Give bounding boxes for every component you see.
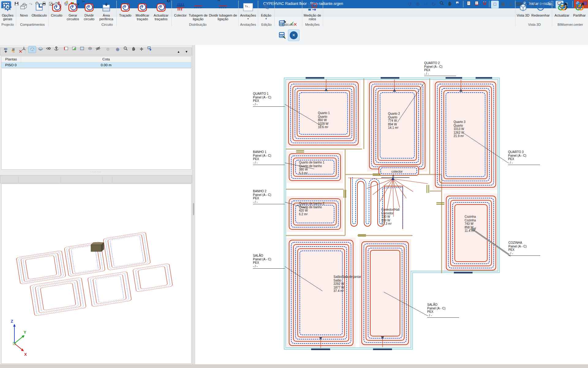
ribbon-separator [48, 1, 49, 26]
floors-list-empty-area [1, 69, 191, 170]
connection-pipe-icon [189, 1, 208, 13]
v3d-separator-3 [102, 176, 103, 183]
view3d-viewport[interactable]: Z Y X [1, 184, 191, 364]
column-header-plantas[interactable]: Plantas [2, 56, 21, 62]
calculator-icon [277, 30, 286, 40]
calculate-button[interactable] [276, 29, 287, 40]
generate-circuits-icon: ✦ [65, 1, 81, 13]
hide-elements-button[interactable] [94, 46, 102, 52]
zoom-window-icon[interactable] [438, 1, 445, 8]
section-z-button[interactable] [78, 46, 86, 52]
v3d-separator-1 [18, 176, 19, 183]
swap-window-3d-button[interactable] [146, 46, 153, 52]
layers-3d-button[interactable]: ≡ [10, 46, 17, 52]
collector-cabinet-3d [91, 243, 104, 251]
ribbon-separator [552, 1, 552, 26]
cancel-icon: × [290, 31, 298, 39]
callout-cozinha: COZINHAPainel (A - C)PEX- / - [508, 241, 540, 256]
roominfo-salao: Salão/Sala de jantarSalão2292 W1877 W37.… [334, 275, 361, 293]
ribbon-separator [172, 1, 172, 26]
section-y-button[interactable] [70, 46, 78, 52]
obstacle-icon [31, 1, 48, 13]
roominfo-quarto3: Quarto 3Quarto1013 W1262 W21.9 m² [454, 120, 466, 138]
actualizar-tracados-button[interactable]: ↻ Actualizar traçados [152, 1, 170, 26]
bim-share-icon [571, 1, 587, 13]
bim-update-icon [553, 1, 571, 13]
ribbon-separator [16, 1, 16, 26]
snap-magnet-icon[interactable] [481, 1, 488, 8]
move-floor-down-button[interactable]: ▼ [183, 49, 190, 55]
group-label-projecto: Projecto [0, 23, 15, 26]
roominfo-cozinha: CozinhaCozinha743 W858 W11.4 m² [465, 215, 476, 233]
refresh-layouts-icon: ↻ [152, 1, 170, 13]
layer-stack-button[interactable] [86, 46, 94, 52]
roominfo-banho2: Quarto de banho 2Quarto de banho420 W6.2… [299, 202, 324, 216]
background-toggle-icon[interactable]: □ [491, 1, 499, 8]
move-view-3d-button[interactable]: ✛ [138, 46, 145, 52]
gerar-circuitos-button[interactable]: ✦ Gerar circuitos [65, 1, 81, 26]
zoom-previous-icon[interactable]: ↺ [406, 1, 413, 8]
turn-view-button[interactable] [53, 46, 60, 52]
group-label-circuito: Circuito [92, 23, 123, 26]
edicao-dropdown[interactable]: ▼ [259, 17, 273, 21]
floor-row-piso0[interactable]: PISO 0 0.00 m [2, 62, 191, 68]
settings-3d-button: ⚙ [104, 46, 111, 52]
redraw-icon[interactable]: ↻ [430, 1, 437, 8]
solid-view-button[interactable] [28, 46, 36, 53]
anotacoes-dropdown[interactable]: ▼ [239, 17, 257, 21]
v3d-separator-4 [112, 176, 112, 183]
floors-panel: + ✎ ✕ ▲ ▼ Plantas Cota PISO 0 0.00 m ···… [0, 45, 192, 364]
callout-banho2: BANHO 2Painel (A - C)PEX- / - [253, 190, 285, 204]
column-header-cota[interactable]: Cota [21, 56, 191, 62]
swap-window-icon[interactable] [454, 1, 461, 8]
peripheral-area-icon [97, 1, 115, 13]
ribbon-separator [515, 1, 515, 26]
grid-icon[interactable]: ▦ [499, 1, 507, 8]
redraw-3d-label: 3D [539, 6, 542, 9]
rotate-view-button[interactable] [37, 46, 44, 52]
section-x-button[interactable] [62, 46, 70, 52]
zoom-extents-icon[interactable]: ⊕ [414, 1, 421, 8]
cube-icon [516, 1, 530, 13]
redraw-3d-icon: 3D [530, 1, 551, 13]
zoom-x2-icon[interactable]: ×2 [422, 1, 429, 8]
callout-quarto1: QUARTO 1Painel (A - C)PEX- / - [253, 92, 285, 107]
vertical-splitter[interactable] [192, 45, 195, 364]
row2-separator-1 [463, 1, 463, 7]
move-floor-up-button[interactable]: ▲ [175, 49, 182, 55]
callout-salao: SALÃOPainel (A - C)PEX- / - [253, 254, 285, 269]
collector-icon [173, 1, 188, 13]
axis-y-label: Y [24, 330, 26, 335]
group-label-bimserver: BIMserver.center [553, 23, 587, 26]
pan-icon[interactable] [446, 1, 453, 8]
axis-indicator [13, 324, 24, 351]
view3d-toolbar [0, 175, 192, 183]
v3d-separator-2 [61, 176, 61, 183]
gear-icon [1, 1, 15, 13]
cancel-calculation-button[interactable]: × [288, 29, 300, 41]
zoom-extents-3d-button[interactable]: ⊕ [114, 46, 121, 52]
collector-label: colector [391, 170, 403, 173]
axis-z-label: Z [11, 319, 13, 324]
group-label-vista-3d: Vista 3D [519, 23, 550, 26]
floor-name-cell: PISO 0 [2, 62, 21, 68]
roominfo-banho1: Quarto de banho 1Quarto de banho380 W5.3… [299, 161, 324, 175]
floor-cota-cell: 0.00 m [21, 62, 191, 68]
group-label-medicoes: Medições [297, 23, 328, 26]
object-snap-icon[interactable]: ⊡ [507, 1, 515, 8]
axes-button[interactable] [20, 46, 28, 52]
floors-table-header: Plantas Cota [2, 56, 191, 62]
pan-3d-button[interactable] [130, 46, 137, 52]
zoom-window-3d-button[interactable] [122, 46, 129, 52]
orbit-view-button[interactable] [45, 46, 52, 52]
callout-quarto3: QUARTO 3Painel (A - C)PEX- / - [508, 150, 540, 165]
dxf-dwg-layers-icon[interactable] [473, 1, 480, 8]
group-label-distribuicao: Distribuição [183, 23, 213, 26]
new-compartment-icon [17, 1, 31, 13]
circuito-button[interactable]: Circuito [49, 1, 64, 26]
redraw-3d-button[interactable]: 3D [2, 46, 9, 52]
modificar-tracado-button[interactable]: ✎ Modificar traçado [134, 1, 151, 26]
split-pipe-icon: ✂ [209, 1, 237, 13]
panel-splitter[interactable]: ······· [0, 170, 192, 174]
dxf-dwg-templates-icon[interactable] [465, 1, 472, 8]
